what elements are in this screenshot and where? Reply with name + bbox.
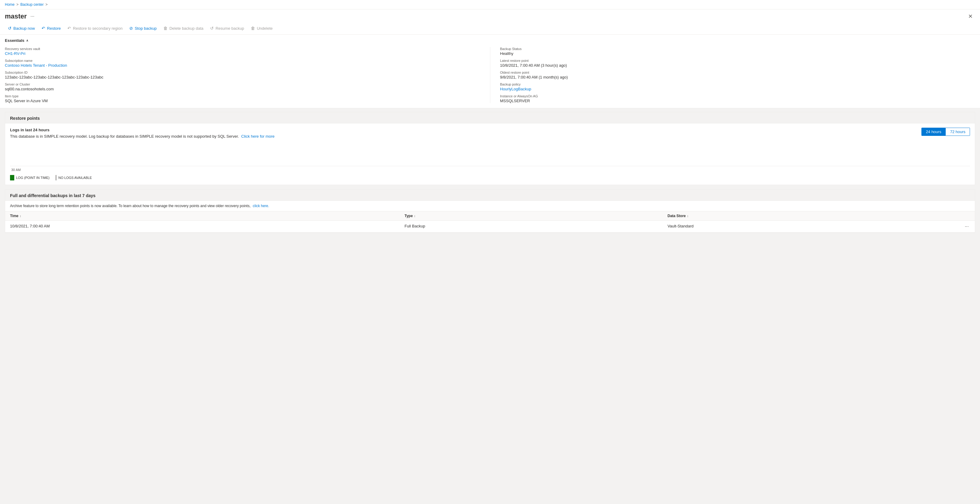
delete-backup-label: Delete backup data bbox=[169, 26, 204, 31]
essentials-collapse-icon: ∧ bbox=[26, 39, 28, 42]
restore-label: Restore bbox=[47, 26, 61, 31]
full-backups-info: Archive feature to store long term reten… bbox=[5, 201, 975, 211]
subscription-id-value: 123abc-123abc-123abc-123abc-123abc-123ab… bbox=[5, 75, 103, 79]
subscription-id-item: Subscription ID 123abc-123abc-123abc-123… bbox=[5, 71, 480, 79]
col-actions-header bbox=[931, 214, 970, 218]
essentials-header[interactable]: Essentials ∧ bbox=[5, 38, 975, 43]
backup-policy-item: Backup policy HourlyLogBackup bbox=[500, 82, 975, 91]
restore-secondary-icon: ↶ bbox=[67, 26, 71, 31]
breadcrumb: Home > Backup center > bbox=[0, 0, 980, 10]
timeline-area bbox=[10, 142, 970, 166]
latest-restore-value: 10/8/2021, 7:00:40 AM (3 hour(s) ago) bbox=[500, 63, 567, 68]
backup-now-label: Backup now bbox=[13, 26, 35, 31]
row-data-store: Vault-Standard bbox=[668, 224, 931, 229]
main-content: Restore points Logs in last 24 hours Thi… bbox=[0, 108, 980, 236]
col-data-store[interactable]: Data Store ↕ bbox=[668, 214, 931, 218]
restore-icon: ↶ bbox=[41, 26, 45, 31]
backup-now-button[interactable]: ↺ Backup now bbox=[5, 24, 38, 32]
page-ellipsis[interactable]: ··· bbox=[30, 14, 34, 19]
recovery-vault-label: Recovery services vault bbox=[5, 47, 480, 51]
full-backups-title: Full and differential backups in last 7 … bbox=[10, 193, 95, 198]
col-type[interactable]: Type ↕ bbox=[404, 214, 667, 218]
close-button[interactable]: ✕ bbox=[966, 12, 975, 21]
logs-message: This database is in SIMPLE recovery mode… bbox=[10, 134, 274, 139]
backup-status-label: Backup Status bbox=[500, 47, 975, 51]
time-24-button[interactable]: 24 hours bbox=[921, 128, 946, 136]
oldest-restore-value: 9/8/2021, 7:00:40 AM (1 month(s) ago) bbox=[500, 75, 568, 79]
backup-status-value: Healthy bbox=[500, 51, 513, 56]
logs-click-here[interactable]: Click here for more bbox=[241, 134, 275, 139]
logs-section: Logs in last 24 hours This database is i… bbox=[5, 124, 975, 185]
full-backups-header: Full and differential backups in last 7 … bbox=[5, 190, 975, 201]
row-action-button[interactable]: ··· bbox=[964, 224, 970, 229]
row-type: Full Backup bbox=[404, 224, 667, 229]
resume-backup-label: Resume backup bbox=[216, 26, 244, 31]
legend-no-logs-label: NO LOGS AVAILABLE bbox=[58, 176, 92, 179]
restore-secondary-label: Restore to secondary region bbox=[73, 26, 123, 31]
server-cluster-value: sql00.na.contosohotels.com bbox=[5, 87, 54, 91]
oldest-restore-label: Oldest restore point bbox=[500, 71, 975, 74]
info-message: Archive feature to store long term reten… bbox=[10, 204, 250, 208]
breadcrumb-sep2: > bbox=[46, 2, 48, 7]
latest-restore-item: Latest restore point 10/8/2021, 7:00:40 … bbox=[500, 59, 975, 68]
timeline-label: 30 AM bbox=[11, 168, 21, 172]
instance-label: Instance or AlwaysOn AG bbox=[500, 94, 975, 98]
backup-policy-label: Backup policy bbox=[500, 82, 975, 86]
legend-no-logs-color bbox=[56, 175, 56, 181]
restore-secondary-button[interactable]: ↶ Restore to secondary region bbox=[64, 24, 126, 32]
subscription-name-item: Subscription name Contoso Hotels Tenant … bbox=[5, 59, 480, 68]
data-store-sort-icon: ↕ bbox=[687, 214, 689, 218]
essentials-section: Essentials ∧ Recovery services vault CH1… bbox=[0, 35, 980, 108]
logs-message-text: This database is in SIMPLE recovery mode… bbox=[10, 134, 239, 139]
time-72-button[interactable]: 72 hours bbox=[946, 128, 970, 136]
subscription-id-label: Subscription ID bbox=[5, 71, 480, 74]
undelete-button[interactable]: 🗑 Undelete bbox=[248, 24, 276, 32]
server-cluster-item: Server or Cluster sql00.na.contosohotels… bbox=[5, 82, 480, 91]
stop-backup-button[interactable]: ⊘ Stop backup bbox=[126, 24, 160, 32]
delete-backup-button[interactable]: 🗑 Delete backup data bbox=[160, 24, 207, 32]
subscription-name-value[interactable]: Contoso Hotels Tenant - Production bbox=[5, 63, 67, 68]
undelete-label: Undelete bbox=[257, 26, 273, 31]
restore-points-title: Restore points bbox=[10, 116, 40, 121]
backup-status-item: Backup Status Healthy bbox=[500, 47, 975, 56]
essentials-title: Essentials bbox=[5, 38, 24, 43]
toolbar: ↺ Backup now ↶ Restore ↶ Restore to seco… bbox=[0, 22, 980, 35]
legend-log-color bbox=[10, 175, 14, 181]
time-sort-icon: ↕ bbox=[20, 214, 21, 218]
info-click-here[interactable]: click here. bbox=[253, 204, 269, 208]
backup-now-icon: ↺ bbox=[8, 26, 11, 31]
row-time: 10/8/2021, 7:00:40 AM bbox=[10, 224, 404, 229]
legend-no-logs-item: NO LOGS AVAILABLE bbox=[56, 175, 92, 181]
resume-backup-button[interactable]: ↺ Resume backup bbox=[207, 24, 247, 32]
item-type-label: Item type bbox=[5, 94, 480, 98]
row-actions[interactable]: ··· bbox=[931, 224, 970, 229]
delete-backup-icon: 🗑 bbox=[163, 26, 168, 31]
backup-policy-value[interactable]: HourlyLogBackup bbox=[500, 87, 531, 91]
latest-restore-label: Latest restore point bbox=[500, 59, 975, 62]
restore-points-card: Restore points Logs in last 24 hours Thi… bbox=[5, 112, 975, 185]
legend-log-label: LOG (POINT IN TIME) bbox=[16, 176, 49, 179]
breadcrumb-backup-center[interactable]: Backup center bbox=[20, 2, 44, 7]
recovery-vault-value[interactable]: CH1-RV-Pri bbox=[5, 51, 25, 56]
table-row: 10/8/2021, 7:00:40 AM Full Backup Vault-… bbox=[5, 221, 975, 233]
recovery-vault-item: Recovery services vault CH1-RV-Pri bbox=[5, 47, 480, 56]
item-type-value: SQL Server in Azure VM bbox=[5, 98, 48, 103]
full-backups-card: Full and differential backups in last 7 … bbox=[5, 189, 975, 233]
restore-button[interactable]: ↶ Restore bbox=[38, 24, 64, 32]
instance-value: MSSQLSERVER bbox=[500, 98, 530, 103]
resume-backup-icon: ↺ bbox=[210, 26, 214, 31]
legend-row: LOG (POINT IN TIME) NO LOGS AVAILABLE bbox=[10, 173, 970, 185]
instance-item: Instance or AlwaysOn AG MSSQLSERVER bbox=[500, 94, 975, 103]
breadcrumb-home[interactable]: Home bbox=[5, 2, 14, 7]
breadcrumb-sep1: > bbox=[16, 2, 19, 7]
page-title: master bbox=[5, 13, 27, 20]
logs-title: Logs in last 24 hours bbox=[10, 128, 274, 132]
item-type-item: Item type SQL Server in Azure VM bbox=[5, 94, 480, 103]
timeline-ruler: 30 AM bbox=[10, 166, 970, 173]
restore-points-header: Restore points bbox=[5, 112, 975, 124]
server-cluster-label: Server or Cluster bbox=[5, 82, 480, 86]
oldest-restore-item: Oldest restore point 9/8/2021, 7:00:40 A… bbox=[500, 71, 975, 79]
undelete-icon: 🗑 bbox=[251, 26, 255, 31]
page-header: master ··· ✕ bbox=[0, 10, 980, 22]
col-time[interactable]: Time ↕ bbox=[10, 214, 404, 218]
